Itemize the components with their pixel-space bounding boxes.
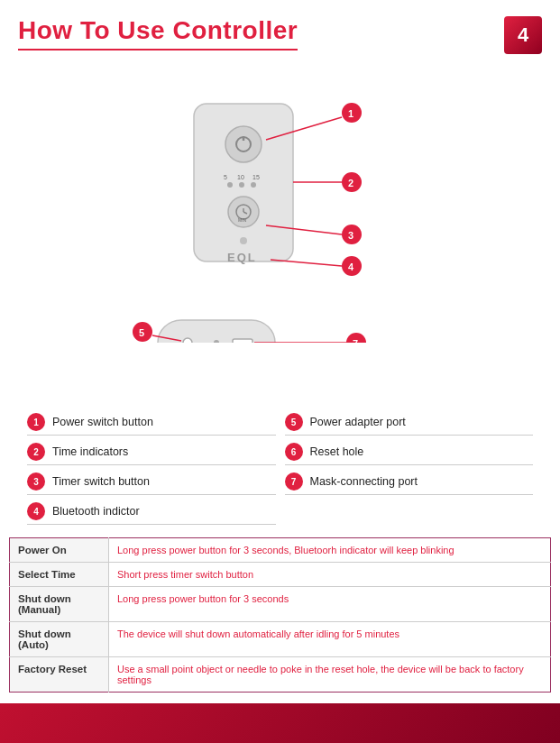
info-table: Power On Long press power button for 3 s…	[9, 537, 551, 693]
diagram-spacer	[0, 54, 560, 406]
table-header-select-time: Select Time	[10, 563, 109, 587]
label-item-4: 4 Bluetooth indictor	[27, 502, 276, 525]
label-item-5: 5 Power adapter port	[285, 413, 534, 436]
label-item-6: 6 Reset hole	[285, 443, 534, 465]
table-header-factory-reset: Factory Reset	[10, 657, 109, 693]
label-num-4: 4	[27, 502, 45, 520]
label-text-4: Bluetooth indictor	[52, 505, 140, 518]
label-text-1: Power switch button	[52, 416, 153, 428]
page-header: How To Use Controller 4	[0, 0, 560, 54]
label-placeholder	[285, 502, 534, 525]
labels-section: 1 Power switch button 5 Power adapter po…	[0, 413, 560, 525]
label-num-7: 7	[285, 472, 303, 491]
label-text-2: Time indicators	[52, 445, 128, 458]
label-num-6: 6	[285, 443, 303, 461]
label-item-1: 1 Power switch button	[27, 413, 276, 436]
label-item-2: 2 Time indicators	[27, 443, 276, 465]
table-desc-power-on: Long press power button for 3 seconds, B…	[109, 538, 551, 563]
label-num-5: 5	[285, 413, 303, 431]
table-row-select-time: Select Time Short press timer switch but…	[10, 563, 551, 587]
label-num-2: 2	[27, 443, 45, 461]
label-text-5: Power adapter port	[310, 416, 406, 428]
label-text-3: Timer switch button	[52, 475, 150, 488]
page-title: How To Use Controller	[18, 16, 298, 50]
table-row-factory-reset: Factory Reset Use a small point object o…	[10, 657, 551, 693]
table-header-shut-down-auto: Shut down (Auto)	[10, 622, 109, 657]
table-desc-shut-down-manual: Long press power button for 3 seconds	[109, 587, 551, 622]
label-item-3: 3 Timer switch button	[27, 472, 276, 495]
table-row-shut-down-auto: Shut down (Auto) The device will shut do…	[10, 622, 551, 657]
table-header-shut-down-manual: Shut down (Manual)	[10, 587, 109, 622]
table-row-power-on: Power On Long press power button for 3 s…	[10, 538, 551, 563]
table-header-power-on: Power On	[10, 538, 109, 563]
bottom-bar	[0, 703, 560, 743]
label-item-7: 7 Mask-connecting port	[285, 472, 534, 495]
table-desc-shut-down-auto: The device will shut down automatically …	[109, 622, 551, 657]
label-text-6: Reset hole	[310, 445, 364, 458]
table-desc-factory-reset: Use a small point object or needle to po…	[109, 657, 551, 693]
label-num-1: 1	[27, 413, 45, 431]
page-number-badge: 4	[504, 16, 542, 54]
label-num-3: 3	[27, 472, 45, 491]
label-text-7: Mask-connecting port	[310, 475, 418, 488]
table-row-shut-down-manual: Shut down (Manual) Long press power butt…	[10, 587, 551, 622]
table-desc-select-time: Short press timer switch button	[109, 563, 551, 587]
